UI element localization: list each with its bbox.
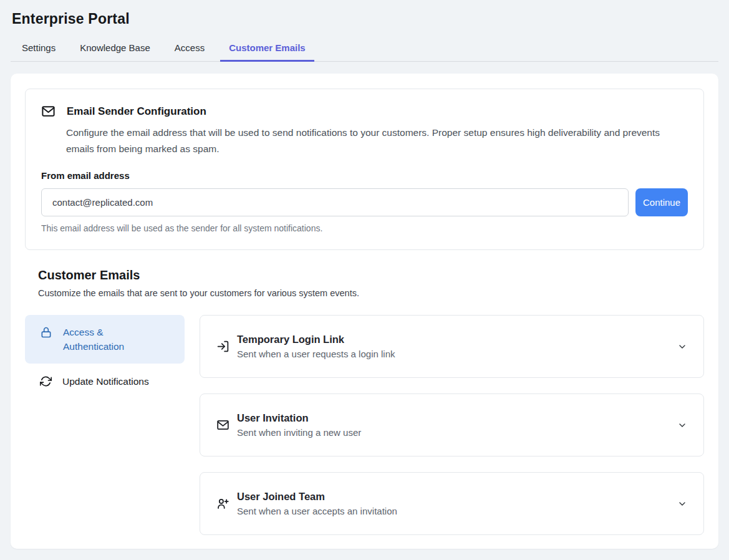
- login-icon: [216, 340, 229, 353]
- email-card-subtitle: Sent when a user requests a login link: [237, 349, 395, 359]
- email-sender-config-card: Email Sender Configuration Configure the…: [25, 89, 704, 250]
- email-card-user-invitation[interactable]: User Invitation Sent when inviting a new…: [200, 393, 704, 456]
- tab-settings[interactable]: Settings: [13, 36, 64, 61]
- from-email-label: From email address: [41, 170, 688, 181]
- chevron-down-icon[interactable]: [677, 499, 687, 509]
- email-card-title: Temporary Login Link: [237, 334, 395, 345]
- category-label: Access & Authentication: [63, 325, 163, 354]
- mail-icon: [41, 104, 56, 118]
- from-email-input[interactable]: [41, 188, 629, 216]
- category-update-notifications[interactable]: Update Notifications: [25, 369, 185, 393]
- customer-emails-panel: Email Sender Configuration Configure the…: [11, 74, 718, 549]
- continue-button[interactable]: Continue: [635, 188, 688, 216]
- page-title: Enterprise Portal: [12, 11, 717, 27]
- tab-bar: Settings Knowledge Base Access Customer …: [11, 36, 718, 62]
- email-card-subtitle: Sent when inviting a new user: [237, 427, 361, 438]
- category-access-authentication[interactable]: Access & Authentication: [25, 315, 185, 364]
- customer-emails-layout: Access & Authentication Update Notificat…: [25, 315, 704, 535]
- chevron-down-icon[interactable]: [677, 342, 687, 352]
- email-card-subtitle: Sent when a user accepts an invitation: [237, 506, 397, 516]
- email-category-list: Access & Authentication Update Notificat…: [25, 315, 185, 535]
- lock-icon: [40, 326, 52, 339]
- tab-customer-emails[interactable]: Customer Emails: [220, 36, 314, 61]
- email-card-user-joined-team[interactable]: User Joined Team Sent when a user accept…: [200, 472, 704, 535]
- tab-knowledge-base[interactable]: Knowledge Base: [71, 36, 159, 61]
- mail-icon: [216, 418, 229, 432]
- sender-helper-text: This email address will be used as the s…: [41, 223, 688, 233]
- email-card-title: User Joined Team: [237, 491, 397, 503]
- page-header: Enterprise Portal: [0, 0, 729, 27]
- chevron-down-icon[interactable]: [677, 420, 687, 430]
- category-label: Update Notifications: [62, 374, 149, 389]
- email-card-title: User Invitation: [237, 412, 361, 424]
- user-plus-icon: [216, 497, 229, 510]
- customer-emails-subtitle: Customize the emails that are sent to yo…: [38, 288, 704, 298]
- email-template-list: Temporary Login Link Sent when a user re…: [200, 315, 704, 535]
- refresh-icon: [40, 375, 52, 387]
- sender-config-title: Email Sender Configuration: [67, 105, 206, 118]
- sender-config-description: Configure the email address that will be…: [66, 125, 674, 157]
- customer-emails-title: Customer Emails: [38, 268, 704, 282]
- email-card-temporary-login-link[interactable]: Temporary Login Link Sent when a user re…: [200, 315, 704, 378]
- tab-access[interactable]: Access: [166, 36, 213, 61]
